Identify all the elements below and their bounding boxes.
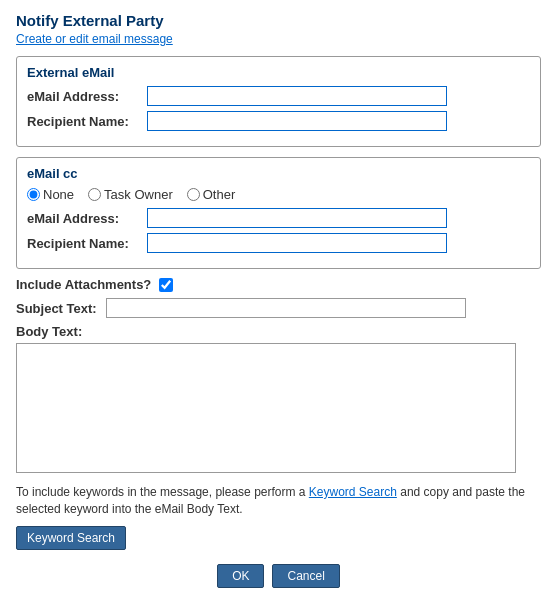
cc-email-address-input[interactable]	[147, 208, 447, 228]
keyword-search-link[interactable]: Keyword Search	[309, 485, 397, 499]
cc-recipient-name-input[interactable]	[147, 233, 447, 253]
cc-email-address-label: eMail Address:	[27, 211, 147, 226]
body-textarea[interactable]	[16, 343, 516, 473]
radio-none[interactable]	[27, 188, 40, 201]
radio-other-option[interactable]: Other	[187, 187, 236, 202]
radio-task-owner[interactable]	[88, 188, 101, 201]
radio-task-owner-label: Task Owner	[104, 187, 173, 202]
email-cc-legend: eMail cc	[27, 166, 530, 181]
include-attachments-checkbox[interactable]	[159, 278, 173, 292]
keyword-info-text-before: To include keywords in the message, plea…	[16, 485, 309, 499]
external-email-legend: External eMail	[27, 65, 530, 80]
external-recipient-name-label: Recipient Name:	[27, 114, 147, 129]
subject-row: Subject Text:	[16, 298, 541, 318]
action-buttons: OK Cancel	[16, 564, 541, 588]
external-email-address-row: eMail Address:	[27, 86, 530, 106]
cc-email-address-row: eMail Address:	[27, 208, 530, 228]
radio-other-label: Other	[203, 187, 236, 202]
radio-task-owner-option[interactable]: Task Owner	[88, 187, 173, 202]
external-email-address-label: eMail Address:	[27, 89, 147, 104]
email-cc-section: eMail cc None Task Owner Other eMail Add…	[16, 157, 541, 269]
external-recipient-name-row: Recipient Name:	[27, 111, 530, 131]
subject-input[interactable]	[106, 298, 466, 318]
cc-recipient-name-label: Recipient Name:	[27, 236, 147, 251]
radio-none-label: None	[43, 187, 74, 202]
radio-none-option[interactable]: None	[27, 187, 74, 202]
radio-other[interactable]	[187, 188, 200, 201]
cc-radio-group: None Task Owner Other	[27, 187, 530, 202]
external-email-section: External eMail eMail Address: Recipient …	[16, 56, 541, 147]
body-label: Body Text:	[16, 324, 541, 339]
create-edit-link[interactable]: Create or edit email message	[16, 32, 173, 46]
subject-label: Subject Text:	[16, 301, 106, 316]
ok-button[interactable]: OK	[217, 564, 264, 588]
cc-recipient-name-row: Recipient Name:	[27, 233, 530, 253]
external-email-address-input[interactable]	[147, 86, 447, 106]
keyword-search-button[interactable]: Keyword Search	[16, 526, 126, 550]
include-attachments-row: Include Attachments?	[16, 277, 541, 292]
external-recipient-name-input[interactable]	[147, 111, 447, 131]
page-title: Notify External Party	[16, 12, 541, 29]
keyword-info: To include keywords in the message, plea…	[16, 484, 526, 518]
include-attachments-label: Include Attachments?	[16, 277, 151, 292]
cancel-button[interactable]: Cancel	[272, 564, 339, 588]
